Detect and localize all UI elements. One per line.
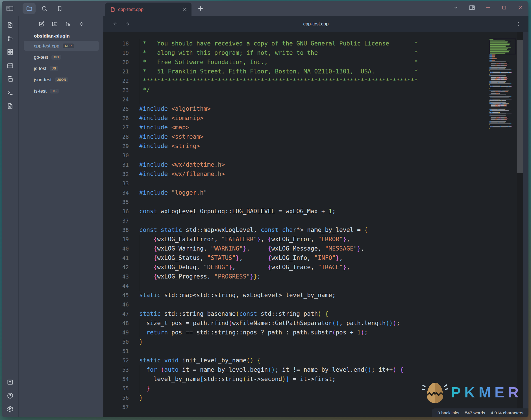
folder-plus-icon[interactable] — [52, 21, 58, 27]
code-line-31[interactable]: 31#include <wx/datetime.h> — [103, 160, 486, 169]
file-item-cpp-test.cpp[interactable]: cpp-test.cppCPP — [24, 41, 99, 51]
help-icon[interactable] — [7, 392, 14, 399]
code-line-24[interactable]: 24 — [103, 95, 486, 104]
file-list: cpp-test.cppCPPgo-testGOjs-testJSjson-te… — [19, 41, 103, 96]
terminal-icon[interactable] — [7, 89, 14, 96]
code-line-36[interactable]: 36const wxLogLevel OcpnLog::LOG_BADLEVEL… — [103, 207, 486, 216]
line-number: 18 — [103, 39, 129, 48]
file-search-icon[interactable] — [7, 21, 14, 28]
chevrons-up-down-icon[interactable] — [78, 21, 84, 27]
more-options-icon[interactable] — [515, 21, 521, 27]
code-line-33[interactable]: 33 — [103, 179, 486, 188]
code-area[interactable]: 18 * You should have received a copy of … — [103, 32, 528, 417]
status-item-1[interactable]: 547 words — [465, 410, 485, 415]
minimize-button[interactable] — [485, 5, 491, 11]
tab-cpp-test[interactable]: cpp-test.cpp — [105, 3, 191, 16]
graph-icon[interactable] — [7, 35, 14, 42]
line-number: 26 — [103, 114, 129, 123]
code-line-40[interactable]: 40 {wxLOG_Warning, "WARNING"}, {wxLOG_Me… — [103, 244, 486, 253]
code-line-30[interactable]: 30 — [103, 151, 486, 160]
editor-pane: cpp-test.cpp 18 * You should have receiv… — [103, 16, 528, 417]
code-line-53[interactable]: 53 for (auto it = name_by_level.begin();… — [103, 365, 486, 375]
status-item-2[interactable]: 4,914 characters — [491, 410, 523, 415]
settings-icon[interactable] — [7, 406, 14, 413]
code-line-43[interactable]: 43 {wxLOG_Progress, "PROGRESS"}}; — [103, 272, 486, 281]
file-name: go-test — [34, 55, 48, 60]
scrollbar[interactable] — [517, 32, 523, 417]
file-item-json-test[interactable]: json-testJSON — [24, 75, 99, 85]
line-number: 37 — [103, 216, 129, 225]
panel-left-icon[interactable] — [6, 5, 14, 12]
layout-grid-icon[interactable] — [7, 49, 14, 55]
scrollbar-thumb[interactable] — [517, 40, 523, 173]
line-content: */ — [129, 86, 150, 95]
toggle-right-sidebar-button[interactable] — [469, 5, 475, 11]
code-line-49[interactable]: 49 return pos == std::string::npos ? pat… — [103, 328, 486, 337]
new-tab-button[interactable] — [197, 5, 204, 12]
vault-icon[interactable] — [7, 379, 14, 386]
code-line-21[interactable]: 21 * 51 Franklin Street, Fifth Floor, Bo… — [103, 67, 486, 76]
copy-icon[interactable] — [7, 76, 14, 82]
code-line-18[interactable]: 18 * You should have received a copy of … — [103, 39, 486, 48]
file-item-go-test[interactable]: go-testGO — [24, 52, 99, 62]
code-line-27[interactable]: 27#include <map> — [103, 123, 486, 132]
line-content — [129, 402, 139, 412]
sidebar-tab-search[interactable] — [38, 3, 51, 14]
code-line-23[interactable]: 23 */ — [103, 86, 486, 95]
file-code-icon[interactable] — [7, 103, 14, 110]
line-number: 36 — [103, 207, 129, 216]
line-content: #include <map> — [129, 123, 189, 132]
line-number: 40 — [103, 244, 129, 253]
close-tab-icon[interactable] — [182, 7, 188, 12]
line-number: 48 — [103, 319, 129, 328]
code-line-39[interactable]: 39 {wxLOG_FatalError, "FATALERR"}, {wxLO… — [103, 235, 486, 244]
calendar-icon[interactable] — [7, 62, 14, 69]
code-line-35[interactable]: 35 — [103, 197, 486, 207]
code-line-44[interactable]: 44 — [103, 281, 486, 291]
code-line-37[interactable]: 37 — [103, 216, 486, 225]
sidebar-tab-bookmarks[interactable] — [53, 3, 66, 14]
code-line-19[interactable]: 19 * along with this program; if not, wr… — [103, 48, 486, 58]
code-line-38[interactable]: 38const static std::map<wxLogLevel, cons… — [103, 225, 486, 235]
code-line-52[interactable]: 52static void init_level_by_name() { — [103, 356, 486, 365]
ribbon — [2, 16, 19, 417]
tab-list-button[interactable] — [453, 5, 459, 11]
line-number: 54 — [103, 375, 129, 384]
line-number: 31 — [103, 160, 129, 169]
status-item-0[interactable]: 0 backlinks — [438, 410, 459, 415]
code-line-47[interactable]: 47static std::string basename(const std:… — [103, 309, 486, 319]
forward-icon[interactable] — [125, 21, 130, 27]
code-line-50[interactable]: 50} — [103, 337, 486, 347]
code-line-25[interactable]: 25#include <algorithm> — [103, 104, 486, 114]
maximize-button[interactable] — [501, 5, 507, 11]
line-content: * 51 Franklin Street, Fifth Floor, Bosto… — [129, 67, 418, 76]
code-line-41[interactable]: 41 {wxLOG_Status, "STATUS"}, {wxLOG_Info… — [103, 253, 486, 263]
sort-icon[interactable] — [65, 21, 71, 27]
code-line-42[interactable]: 42 {wxLOG_Debug, "DEBUG"}, {wxLOG_Trace,… — [103, 263, 486, 272]
code-line-29[interactable]: 29#include <string> — [103, 142, 486, 151]
back-icon[interactable] — [112, 21, 118, 27]
code-line-32[interactable]: 32#include <wx/filename.h> — [103, 169, 486, 179]
code-line-20[interactable]: 20 * Free Software Foundation, Inc., * — [103, 58, 486, 67]
minimap[interactable] — [489, 38, 517, 417]
code-line-26[interactable]: 26#include <iomanip> — [103, 114, 486, 123]
tab-label: cpp-test.cpp — [118, 7, 182, 12]
code-line-28[interactable]: 28#include <sstream> — [103, 132, 486, 142]
code-line-45[interactable]: 45static std::map<std::string, wxLogLeve… — [103, 291, 486, 300]
line-number: 43 — [103, 272, 129, 281]
code-line-22[interactable]: 22 *************************************… — [103, 76, 486, 86]
line-number: 44 — [103, 281, 129, 291]
sidebar-tab-files[interactable] — [23, 3, 36, 14]
file-item-js-test[interactable]: js-testJS — [24, 63, 99, 73]
code-line-48[interactable]: 48 size_t pos = path.rfind(wxFileName::G… — [103, 319, 486, 328]
file-item-ts-test[interactable]: ts-testTS — [24, 86, 99, 96]
line-content — [129, 151, 139, 160]
code-line-51[interactable]: 51 — [103, 347, 486, 356]
window-controls — [453, 5, 523, 11]
line-number: 19 — [103, 48, 129, 58]
close-button[interactable] — [517, 5, 523, 11]
code-line-34[interactable]: 34#include "logger.h" — [103, 188, 486, 197]
pkmer-watermark: PKMER — [421, 377, 522, 408]
code-line-46[interactable]: 46 — [103, 300, 486, 309]
edit-icon[interactable] — [38, 21, 45, 27]
